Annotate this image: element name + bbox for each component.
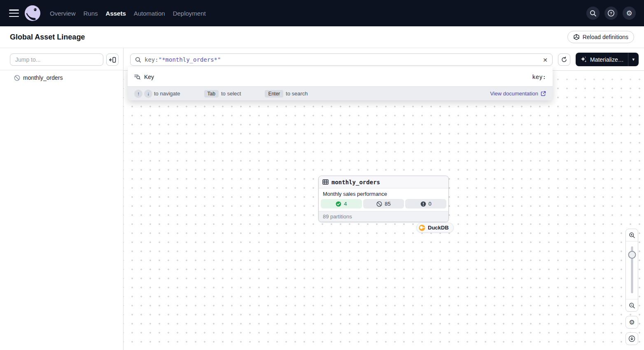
panel-collapse-icon: [109, 57, 116, 63]
menu-icon[interactable]: [9, 9, 19, 17]
suggestion-key[interactable]: Key key:: [128, 67, 553, 86]
page-title: Global Asset Lineage: [10, 33, 85, 42]
autocomplete-footer: ↑ ↓ to navigate Tab to select Enter to s…: [128, 86, 553, 100]
materialize-dropdown-button[interactable]: ▾: [628, 57, 639, 62]
materialized-count: 4: [344, 201, 347, 207]
sidebar-item-label: monthly_orders: [23, 74, 63, 81]
failed-count: 0: [429, 201, 432, 207]
reload-code-location-icon: [573, 34, 580, 40]
missing-count: 85: [385, 201, 390, 207]
search-icon: [135, 57, 141, 63]
svg-text:?: ?: [610, 11, 612, 15]
duckdb-icon: [419, 225, 425, 231]
nav-assets[interactable]: Assets: [106, 10, 126, 17]
search-autocomplete-panel: Key key: ↑ ↓ to navigate Tab to select E…: [128, 67, 553, 100]
refresh-icon: [561, 56, 567, 63]
dagster-app: Overview Runs Assets Automation Deployme…: [0, 0, 644, 350]
materialize-button-group: Materialize… ▾: [576, 53, 639, 66]
chevron-down-icon: ▾: [632, 57, 635, 62]
reload-definitions-button[interactable]: Reload definitions: [567, 31, 634, 43]
view-documentation-link[interactable]: View documentation: [490, 90, 546, 97]
asset-node-monthly-orders[interactable]: monthly_orders Monthly sales performance…: [318, 176, 449, 222]
missing-count-badge[interactable]: 85: [363, 199, 404, 209]
nav-runs[interactable]: Runs: [84, 10, 98, 17]
asset-node-badges: 4 85 0: [319, 199, 448, 211]
download-graph-button[interactable]: [625, 332, 638, 345]
asset-node-title: monthly_orders: [331, 179, 380, 185]
gear-icon: ⚙: [626, 10, 632, 17]
refresh-graph-button[interactable]: [558, 53, 570, 66]
graph-settings-button[interactable]: ⚙: [625, 316, 638, 329]
sparkle-icon: [580, 56, 587, 63]
tab-key-badge: Tab: [204, 90, 219, 97]
download-icon: [628, 335, 635, 342]
search-icon: [590, 10, 597, 17]
help-icon: ?: [607, 9, 615, 17]
nav-deployment[interactable]: Deployment: [173, 10, 206, 17]
navigate-hint: to navigate: [154, 90, 180, 97]
materialize-label: Materialize…: [590, 56, 624, 63]
enter-key-badge: Enter: [265, 90, 283, 97]
collapse-sidebar-button[interactable]: [106, 53, 119, 66]
search-query-prefix: key:: [145, 56, 159, 63]
nav-overview[interactable]: Overview: [50, 10, 76, 17]
materialized-count-badge[interactable]: 4: [321, 199, 362, 209]
failed-count-badge[interactable]: 0: [405, 199, 446, 209]
arrow-up-icon: ↑: [134, 90, 142, 98]
slash-circle-icon: [376, 201, 382, 207]
lineage-canvas[interactable]: key:"*monthly_orders*" ✕ Materialize… ▾: [124, 48, 644, 350]
slash-circle-icon: [14, 75, 20, 81]
zoom-out-button[interactable]: [626, 299, 638, 311]
storage-kind-tag-duckdb[interactable]: DuckDB: [416, 223, 454, 233]
asset-node-partitions: 89 partitions: [319, 211, 448, 222]
search-button[interactable]: [586, 7, 600, 20]
topbar-actions: ? ⚙: [586, 7, 636, 20]
arrow-down-icon: ↓: [144, 90, 152, 98]
clear-search-icon[interactable]: ✕: [543, 56, 548, 64]
search-query-text: key:"*monthly_orders*": [145, 56, 221, 63]
page-header: Global Asset Lineage Reload definitions: [0, 26, 644, 48]
asset-node-description: Monthly sales performance: [319, 188, 448, 199]
materialize-button[interactable]: Materialize…: [576, 56, 628, 63]
table-icon: [322, 179, 329, 185]
asset-sidebar: monthly_orders: [0, 48, 124, 350]
external-link-icon: [541, 91, 546, 96]
zoom-in-button[interactable]: [626, 229, 638, 241]
search-hint: to search: [286, 90, 308, 97]
reload-definitions-label: Reload definitions: [583, 34, 628, 40]
nav-automation[interactable]: Automation: [134, 10, 165, 17]
help-button[interactable]: ?: [604, 7, 618, 20]
zoom-slider-knob[interactable]: [628, 251, 636, 259]
filter-search-icon: [134, 74, 140, 80]
sidebar-header: [0, 48, 123, 70]
alert-circle-icon: [420, 201, 426, 207]
search-query-value: "*monthly_orders*": [159, 56, 221, 63]
jump-to-input[interactable]: [10, 53, 103, 66]
view-documentation-label: View documentation: [490, 90, 538, 97]
primary-nav: Overview Runs Assets Automation Deployme…: [50, 10, 206, 17]
storage-tag-label: DuckDB: [428, 225, 449, 231]
sidebar-item-monthly-orders[interactable]: monthly_orders: [0, 70, 123, 85]
zoom-controls: [625, 229, 638, 312]
zoom-slider[interactable]: [626, 241, 638, 299]
select-hint: to select: [221, 90, 241, 97]
zoom-out-icon: [629, 302, 635, 309]
settings-button[interactable]: ⚙: [623, 7, 636, 20]
top-nav-bar: Overview Runs Assets Automation Deployme…: [0, 0, 644, 26]
dagster-logo-icon[interactable]: [24, 5, 41, 21]
asset-search-input[interactable]: key:"*monthly_orders*" ✕: [130, 53, 553, 66]
zoom-in-icon: [629, 232, 635, 239]
asset-node-header[interactable]: monthly_orders: [319, 176, 448, 188]
suggestion-token: key:: [532, 74, 546, 80]
check-circle-icon: [336, 201, 341, 207]
gear-icon: ⚙: [629, 319, 635, 326]
suggestion-label: Key: [144, 74, 154, 80]
